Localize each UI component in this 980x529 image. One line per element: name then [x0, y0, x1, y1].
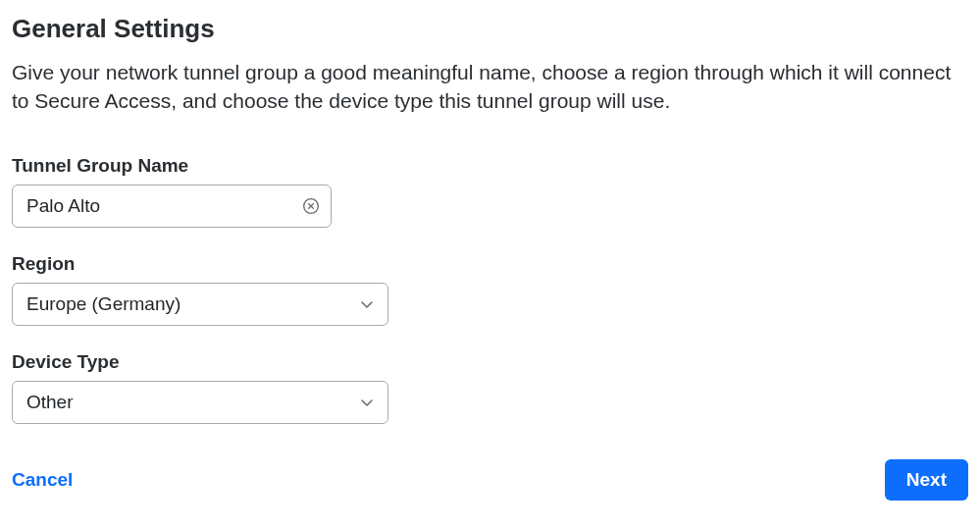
device-type-field: Device Type Other: [12, 351, 968, 424]
cancel-button[interactable]: Cancel: [12, 469, 73, 491]
tunnel-group-name-label: Tunnel Group Name: [12, 155, 968, 177]
tunnel-group-name-field: Tunnel Group Name: [12, 155, 968, 228]
page-description: Give your network tunnel group a good me…: [12, 58, 968, 116]
device-type-select-wrapper: Other: [12, 381, 388, 424]
device-type-select[interactable]: Other: [12, 381, 388, 424]
region-select[interactable]: Europe (Germany): [12, 283, 388, 326]
device-type-select-value: Other: [26, 392, 74, 413]
next-button[interactable]: Next: [885, 459, 968, 501]
region-label: Region: [12, 253, 968, 275]
tunnel-group-name-input-wrapper: [12, 185, 332, 228]
tunnel-group-name-input[interactable]: [12, 185, 332, 228]
footer: Cancel Next: [12, 459, 968, 501]
clear-icon[interactable]: [302, 197, 320, 215]
region-select-value: Europe (Germany): [26, 293, 181, 315]
page-title: General Settings: [12, 14, 968, 44]
region-field: Region Europe (Germany): [12, 253, 968, 326]
device-type-label: Device Type: [12, 351, 968, 373]
region-select-wrapper: Europe (Germany): [12, 283, 388, 326]
